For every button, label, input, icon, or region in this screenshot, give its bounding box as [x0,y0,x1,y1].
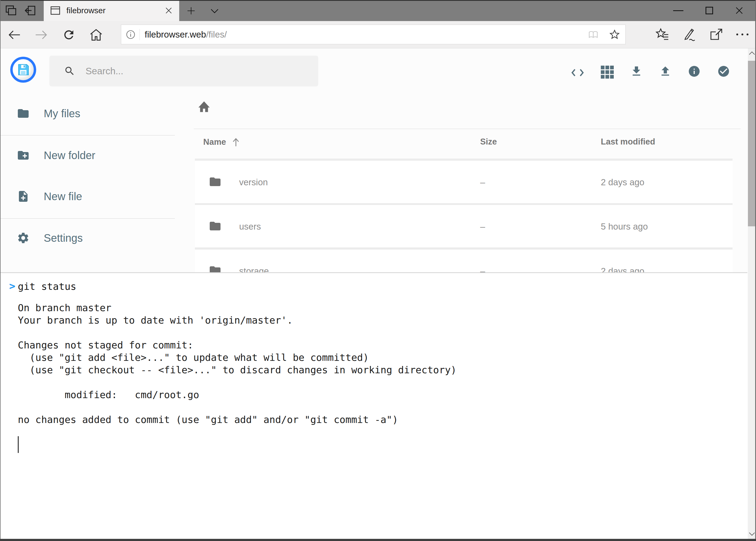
file-size: – [480,222,485,232]
check-circle-icon[interactable] [717,65,730,78]
scroll-down-icon[interactable] [749,532,755,536]
sidebar-item-settings[interactable]: Settings [0,222,175,254]
sidebar-item-label: New folder [44,149,95,162]
window-border-left [0,0,1,541]
new-tab-button[interactable] [187,6,195,15]
file-name: storage [239,266,269,272]
set-tabs-aside-icon[interactable] [24,5,36,16]
file-row-storage[interactable]: storage – 2 days ago [195,250,732,272]
window-border-bottom [0,539,756,541]
column-header-modified[interactable]: Last modified [601,137,655,147]
url-domain: filebrowser.web [145,29,206,39]
window-close-button[interactable] [735,6,744,15]
tab-list-chevron-icon[interactable] [210,8,219,14]
sidebar-item-label: My files [44,108,81,120]
file-row-version[interactable]: version – 2 days ago [195,161,732,203]
forward-icon[interactable] [35,28,48,42]
gear-icon [17,232,30,245]
page-favicon-icon [50,6,61,15]
file-modified: 5 hours ago [601,222,648,232]
sidebar-item-my-files[interactable]: My files [0,97,175,130]
minimize-button[interactable] [673,10,683,11]
terminal-prompt-chevron: > [9,280,15,292]
code-editor-icon[interactable] [571,66,584,79]
web-note-pen-icon[interactable] [682,28,696,42]
scrollbar-thumb[interactable] [748,61,756,226]
page-scrollbar[interactable] [748,48,756,539]
create-new-folder-icon [17,149,30,162]
column-header-label: Name [203,137,226,147]
sidebar-item-new-file[interactable]: New file [0,180,175,213]
terminal-cursor [18,436,19,453]
column-header-name[interactable]: Name [203,137,240,147]
file-name: version [239,177,268,188]
sort-asc-icon [231,137,240,147]
sidebar-item-new-folder[interactable]: New folder [0,139,175,172]
filebrowser-logo[interactable] [10,57,36,83]
folder-icon [17,107,30,120]
file-size: – [480,177,485,188]
url-text[interactable]: filebrowser.web/files/ [145,29,227,40]
reading-view-icon [588,30,599,39]
home-icon[interactable] [89,28,103,42]
refresh-icon[interactable] [62,28,76,42]
navigation-bar: filebrowser.web/files/ [0,21,756,48]
browser-tab[interactable]: filebrowser [44,0,179,21]
tab-close-icon[interactable] [165,6,173,15]
floppy-disk-icon [16,63,30,77]
file-modified: 2 days ago [601,266,644,272]
back-icon[interactable] [8,28,21,42]
sidebar-item-label: Settings [44,232,83,244]
tab-bar: filebrowser [0,0,756,21]
search-box[interactable] [49,56,318,86]
share-icon[interactable] [709,28,723,42]
file-name: users [239,222,261,232]
tab-title: filebrowser [66,6,106,15]
sidebar-divider [0,135,175,136]
column-header-label: Size [480,137,497,147]
tabs-preview-icon[interactable] [5,5,17,16]
file-size: – [480,266,485,272]
upload-icon[interactable] [659,65,672,78]
address-bar[interactable]: filebrowser.web/files/ [121,25,626,44]
window-border-top [0,0,756,1]
maximize-button[interactable] [705,7,713,14]
grid-view-icon[interactable] [601,66,614,79]
folder-icon [209,220,222,233]
hub-favorites-icon[interactable] [655,28,669,42]
folder-icon [209,175,222,188]
browser-window: filebrowser [0,0,756,541]
breadcrumb-home-icon[interactable] [197,101,211,113]
terminal-panel[interactable]: > git status On branch master Your branc… [0,272,747,539]
address-separator [139,29,140,40]
column-header-size[interactable]: Size [480,137,497,147]
listing-divider [194,129,741,129]
favorite-star-icon[interactable] [609,29,620,40]
column-header-label: Last modified [601,137,655,147]
download-icon[interactable] [630,65,643,78]
url-path: /files/ [206,29,227,39]
search-icon [64,65,75,77]
search-input[interactable] [86,66,296,76]
scroll-up-icon[interactable] [749,51,755,55]
sidebar-divider [0,218,175,219]
terminal-output: On branch master Your branch is up to da… [18,289,457,426]
file-modified: 2 days ago [601,177,644,188]
settings-and-more-icon[interactable] [736,34,748,35]
file-list: version – 2 days ago users – 5 hours ago… [195,159,732,272]
site-info-icon[interactable] [126,29,136,40]
note-add-icon [17,190,30,203]
folder-icon [209,264,222,272]
file-row-users[interactable]: users – 5 hours ago [195,205,732,248]
info-icon[interactable] [688,65,701,78]
sidebar-item-label: New file [44,191,82,203]
